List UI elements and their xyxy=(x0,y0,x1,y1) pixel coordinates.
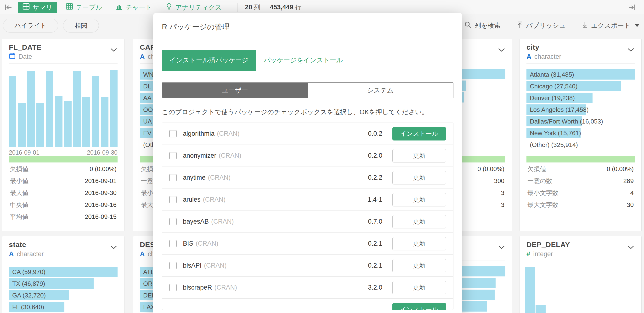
column-type-label: integer xyxy=(533,250,553,258)
package-source: (CRAN) xyxy=(217,130,240,137)
tab-chart[interactable]: チャート xyxy=(111,2,157,13)
export-arrow-icon xyxy=(582,21,588,30)
package-checkbox[interactable] xyxy=(169,174,177,181)
tab-installed-packages[interactable]: インストール済パッケージ xyxy=(162,50,256,71)
chevron-down-icon[interactable] xyxy=(110,245,118,251)
publish-arrow-icon xyxy=(516,21,523,30)
install-button[interactable]: インストール xyxy=(392,127,446,141)
export-caret-icon xyxy=(635,24,639,27)
valid-ratio-bar xyxy=(9,156,118,162)
tab-summary-label: サマリ xyxy=(32,3,52,12)
package-source: (CRAN) xyxy=(196,240,218,247)
export-label: エクスポート xyxy=(591,21,630,30)
package-version: 0.2.1 xyxy=(368,262,382,269)
dialog-tabs: インストール済パッケージ パッケージをインストール xyxy=(162,50,454,71)
package-name: algorithmia xyxy=(183,130,214,137)
package-checkbox[interactable] xyxy=(169,262,177,269)
update-button[interactable]: 更新 xyxy=(392,281,446,294)
column-title: state xyxy=(9,241,118,249)
segment-system[interactable]: システム xyxy=(308,83,453,98)
update-button[interactable]: 更新 xyxy=(392,215,446,228)
package-list[interactable]: algorithmia(CRAN)0.0.2インストールanonymizer(C… xyxy=(162,123,454,310)
column-type-label: character xyxy=(534,53,562,60)
summary-grid-icon xyxy=(22,3,30,12)
correlation-pill-button[interactable]: 相関 xyxy=(63,19,99,32)
category-label: Chicago (27,540) xyxy=(530,82,578,90)
package-name: blscrapeR xyxy=(183,284,212,291)
package-checkbox[interactable] xyxy=(169,196,177,203)
chevron-down-icon[interactable] xyxy=(627,245,635,251)
category-label: Los Angeles (17,458) xyxy=(530,106,589,113)
install-button[interactable]: インストール xyxy=(392,303,446,310)
category-row: Dallas/Fort Worth (16,053) xyxy=(526,116,635,126)
row-count: 453,449 xyxy=(270,3,293,11)
package-checkbox[interactable] xyxy=(169,240,177,247)
tab-analytics[interactable]: アナリティクス xyxy=(161,2,226,13)
stat-row: 最小値2016-09-01 xyxy=(9,175,118,187)
chevron-down-icon[interactable] xyxy=(110,47,118,53)
tab-table[interactable]: テーブル xyxy=(61,2,107,13)
stat-value: 289 xyxy=(624,177,634,185)
calendar-icon xyxy=(9,53,16,61)
package-version: 0.7.0 xyxy=(368,218,382,225)
collapse-left-icon[interactable] xyxy=(3,2,14,13)
collapse-right-icon[interactable] xyxy=(626,2,637,13)
stat-value: 3 xyxy=(501,201,504,209)
tab-summary[interactable]: サマリ xyxy=(18,2,57,13)
package-checkbox[interactable] xyxy=(169,284,177,291)
stat-value: 2016-09-15 xyxy=(85,213,116,221)
histogram-bar xyxy=(82,97,90,147)
update-button[interactable]: 更新 xyxy=(392,237,446,250)
update-button[interactable]: 更新 xyxy=(392,259,446,272)
package-version: 0.0.2 xyxy=(368,130,382,137)
column-title: DEP_DELAY xyxy=(526,241,635,249)
category-label: TX (46,879) xyxy=(12,280,45,287)
package-source: (CRAN) xyxy=(208,174,231,181)
stat-label: 欠損値 xyxy=(528,165,546,173)
publish-button[interactable]: パブリッシュ xyxy=(516,21,566,30)
category-row: FL (30,640) xyxy=(9,302,118,312)
stat-row: 平均値2016-09-15 xyxy=(9,211,118,223)
update-button[interactable]: 更新 xyxy=(392,149,446,162)
column-type-label: character xyxy=(17,250,44,258)
update-button[interactable]: 更新 xyxy=(392,193,446,206)
chevron-down-icon[interactable] xyxy=(498,245,506,251)
row-count-unit: 行 xyxy=(295,3,302,11)
package-name: bayesAB xyxy=(183,218,209,225)
package-checkbox[interactable] xyxy=(169,152,177,159)
package-checkbox[interactable] xyxy=(169,218,177,225)
stat-label: 最大文字数 xyxy=(528,201,558,209)
chevron-down-icon[interactable] xyxy=(498,47,506,53)
stat-value: 30 xyxy=(627,201,634,209)
package-row: blscrapeR(CRAN)3.2.0更新 xyxy=(162,277,453,299)
package-source: (CRAN) xyxy=(219,152,242,159)
card-city: city A character Atlanta (31,485)Chicago… xyxy=(520,39,642,231)
character-type-icon: A xyxy=(140,250,145,258)
category-row: New York (15,761) xyxy=(526,128,635,138)
search-columns-button[interactable]: 列を検索 xyxy=(464,21,500,30)
package-checkbox[interactable] xyxy=(169,130,177,137)
category-bars: Atlanta (31,485)Chicago (27,540)Denver (… xyxy=(526,69,635,138)
histogram-bar xyxy=(55,96,62,147)
stats-table: 欠損値0 (0.00%)最小値2016-09-01最大値2016-09-30中央… xyxy=(9,163,118,223)
package-name: arules xyxy=(183,196,200,203)
histogram-bar xyxy=(18,103,26,147)
highlight-pill-button[interactable]: ハイライト xyxy=(3,19,58,32)
update-button[interactable]: 更新 xyxy=(392,171,446,184)
chevron-down-icon[interactable] xyxy=(627,47,635,53)
export-button[interactable]: エクスポート xyxy=(582,21,639,30)
category-label: New York (15,761) xyxy=(530,129,581,137)
stat-row: 最小文字数4 xyxy=(526,187,635,199)
package-version: 0.2.2 xyxy=(368,174,382,181)
category-row: Denver (19,238) xyxy=(526,93,635,103)
histogram-bar xyxy=(73,71,81,147)
table-grid-icon xyxy=(66,3,73,12)
stat-value: 2016-09-01 xyxy=(85,177,116,185)
stat-value: 4 xyxy=(630,189,634,197)
r-package-manager-dialog: R パッケージの管理 インストール済パッケージ パッケージをインストール ユーザ… xyxy=(153,13,462,313)
histogram-bar xyxy=(110,70,118,147)
package-name: BIS xyxy=(183,240,194,247)
tab-install-packages[interactable]: パッケージをインストール xyxy=(257,50,350,71)
stat-row: 一意の数289 xyxy=(526,175,635,187)
segment-user[interactable]: ユーザー xyxy=(162,83,308,98)
